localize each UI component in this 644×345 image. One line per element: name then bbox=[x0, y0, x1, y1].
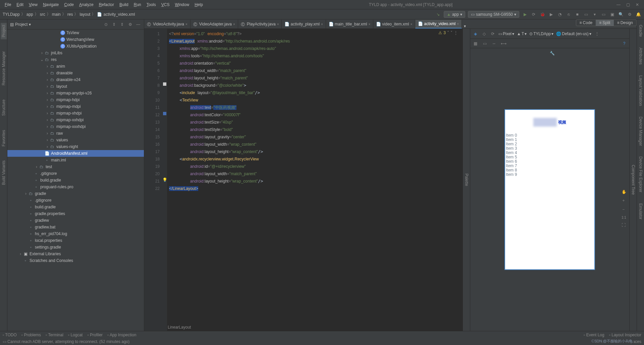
design-surface-icon[interactable]: ◈ bbox=[472, 31, 478, 37]
tree-node[interactable]: ›🗀test bbox=[7, 163, 144, 170]
tree-node[interactable]: ▫local.properties bbox=[7, 237, 144, 244]
down-icon[interactable]: ˅ bbox=[450, 30, 452, 35]
avd-manager-icon[interactable]: ▭ bbox=[583, 11, 589, 17]
bottom-tool-app-inspection[interactable]: ▫ App Inspection bbox=[107, 333, 136, 337]
stop-button[interactable]: ■ bbox=[574, 11, 580, 17]
breadcrumb-item[interactable]: TYLDapp bbox=[3, 12, 20, 17]
zoom-out-button[interactable]: － bbox=[622, 207, 627, 212]
preview-canvas[interactable]: 🔧 视频 Item 0Item 1Item 2Item 3Item 4Item … bbox=[470, 48, 629, 331]
breadcrumb-item[interactable]: res bbox=[67, 12, 73, 17]
tree-node[interactable]: ▫gradlew.bat bbox=[7, 224, 144, 230]
zoom-in-button[interactable]: ＋ bbox=[622, 198, 627, 203]
breadcrumb-item[interactable]: app bbox=[26, 12, 33, 17]
menu-window[interactable]: Window bbox=[172, 1, 192, 8]
component-tree-tab[interactable]: Component Tree bbox=[631, 165, 636, 195]
editor-tab[interactable]: ⒸVideoAdapter.java× bbox=[191, 20, 238, 28]
notifications-icon[interactable]: 🔔 bbox=[635, 11, 641, 17]
tree-node[interactable]: ▫build.gradle bbox=[7, 177, 144, 184]
search-everywhere-icon[interactable]: 🔍 bbox=[618, 11, 624, 17]
menu-build[interactable]: Build bbox=[117, 1, 131, 8]
tree-node[interactable]: ▫hs_err_pid704.log bbox=[7, 230, 144, 237]
tree-node[interactable]: ⒸWenzhangView bbox=[7, 36, 144, 43]
rail-device-manager[interactable]: Device Manager bbox=[638, 115, 644, 148]
sdk-manager-icon[interactable]: ▾ bbox=[592, 11, 598, 17]
help-icon[interactable]: ? bbox=[621, 41, 627, 47]
menu-view[interactable]: View bbox=[26, 1, 40, 8]
rail-emulator[interactable]: Emulator bbox=[638, 201, 644, 221]
editor-tab[interactable]: ⒸVideoActivity.java× bbox=[144, 20, 191, 28]
rail-favorites[interactable]: Favorites bbox=[1, 128, 7, 148]
rail-layout-validation[interactable]: Layout Validation bbox=[638, 73, 644, 108]
tree-node[interactable]: ›🗀mipmap-xhdpi bbox=[7, 110, 144, 117]
breakpoint-marker[interactable] bbox=[162, 80, 167, 88]
close-tab-icon[interactable]: × bbox=[185, 22, 187, 26]
orientation-icon[interactable]: ⟳ bbox=[490, 31, 496, 37]
tree-node[interactable]: ▫.gitignore bbox=[7, 170, 144, 177]
menu-file[interactable]: File bbox=[2, 1, 14, 8]
coverage-icon[interactable]: ▶ bbox=[548, 11, 554, 17]
up-icon[interactable]: ˄ bbox=[447, 30, 449, 35]
close-tab-icon[interactable]: × bbox=[369, 22, 371, 26]
bottom-tool-logcat[interactable]: ▫ Logcat bbox=[68, 333, 83, 337]
code-editor[interactable]: 12345678910111213141516171819202122 💡 <?… bbox=[144, 29, 463, 331]
bottom-tool-todo[interactable]: ▫ TODO bbox=[3, 333, 17, 337]
tree-node[interactable]: ›🗀mipmap-anydpi-v26 bbox=[7, 90, 144, 96]
apply-changes-icon[interactable]: ⟳ bbox=[531, 11, 537, 17]
preview-settings-icon[interactable]: ⋮ bbox=[594, 31, 600, 37]
chevron-down-icon[interactable]: ▾ bbox=[29, 22, 31, 27]
blueprint-icon[interactable]: ◇ bbox=[481, 31, 487, 37]
locale-selector[interactable]: 🌐 Default (en-us) ▾ bbox=[556, 31, 591, 36]
run-config-selector[interactable]: ▲ app ▾ bbox=[444, 11, 465, 18]
device-selector[interactable]: ▭ samsung SM-G9550 ▾ bbox=[468, 11, 519, 18]
mode-code-button[interactable]: ≡ Code bbox=[576, 20, 596, 26]
menu-help[interactable]: Help bbox=[192, 1, 206, 8]
api-level-selector[interactable]: ▲ T ▾ bbox=[517, 31, 527, 36]
tree-node[interactable]: ▫main.iml bbox=[7, 157, 144, 163]
tree-node[interactable]: ›🗀drawable bbox=[7, 70, 144, 76]
rail-structure[interactable]: Structure bbox=[1, 97, 7, 118]
close-tab-icon[interactable]: × bbox=[321, 22, 323, 26]
rail-gradle[interactable]: Gradle bbox=[638, 23, 644, 39]
tree-node[interactable]: ▫gradle.properties bbox=[7, 210, 144, 217]
more-icon[interactable]: ⋮ bbox=[454, 30, 458, 35]
menu-analyze[interactable]: Analyze bbox=[76, 1, 96, 8]
menu-navigate[interactable]: Navigate bbox=[40, 1, 61, 8]
close-tab-icon[interactable]: × bbox=[277, 22, 279, 26]
tree-node[interactable]: ›🗀mipmap-mdpi bbox=[7, 103, 144, 110]
hide-icon[interactable]: — bbox=[135, 21, 141, 27]
tree-node[interactable]: ›🗀anim bbox=[7, 63, 144, 70]
problems-indicator[interactable]: ⚠ 3 ˄ ˅ ⋮ bbox=[437, 30, 459, 36]
rail-device-file-explorer[interactable]: Device File Explorer bbox=[638, 154, 644, 194]
view-options-icon[interactable]: ▦ bbox=[472, 41, 478, 47]
locate-icon[interactable]: ⊙ bbox=[103, 21, 109, 27]
tree-node[interactable]: ›🗀values bbox=[7, 137, 144, 143]
zoom-fit-button[interactable]: 1:1 bbox=[622, 216, 627, 219]
pan-icon[interactable]: ✋ bbox=[622, 190, 627, 194]
resource-manager-icon[interactable]: ▣ bbox=[609, 11, 615, 17]
tree-node[interactable]: ›🗀raw bbox=[7, 130, 144, 137]
menu-refactor[interactable]: Refactor bbox=[96, 1, 117, 8]
editor-tab[interactable]: 📄main_title_bar.xml× bbox=[326, 20, 374, 28]
tree-node[interactable]: ▫settings.gradle bbox=[7, 244, 144, 251]
bottom-tool-event-log[interactable]: ▫ Event Log bbox=[584, 333, 604, 337]
attach-debugger-icon[interactable]: ⎋ bbox=[566, 11, 572, 17]
close-tab-icon[interactable]: × bbox=[410, 22, 412, 26]
nav-crumb[interactable]: LinearLayout bbox=[168, 325, 191, 330]
align-icon[interactable]: ↔ bbox=[491, 41, 497, 47]
tree-node[interactable]: ⌄🗀res bbox=[7, 56, 144, 63]
collapse-all-icon[interactable]: ⇕ bbox=[119, 21, 125, 27]
tree-node[interactable]: ›🗀layout bbox=[7, 83, 144, 90]
guidelines-icon[interactable]: ⟷ bbox=[500, 41, 506, 47]
tree-node[interactable]: ›🗀values-night bbox=[7, 143, 144, 150]
mode-split-button[interactable]: ≡ Split bbox=[596, 20, 613, 26]
debug-button[interactable]: 🐞 bbox=[539, 11, 545, 17]
theme-selector[interactable]: ⊙ TYLDApp ▾ bbox=[529, 31, 553, 36]
tree-node[interactable]: ▫proguard-rules.pro bbox=[7, 184, 144, 190]
editor-tab[interactable]: 📄video_item.xml× bbox=[373, 20, 415, 28]
minimize-button[interactable]: — bbox=[616, 2, 621, 7]
menu-vcs[interactable]: VCS bbox=[159, 1, 172, 8]
maximize-button[interactable]: ▢ bbox=[625, 2, 631, 7]
project-tree[interactable]: ⒸTsViewⒸWenzhangViewⒸXUtilsApplication›🗀… bbox=[7, 29, 144, 331]
menu-run[interactable]: Run bbox=[131, 1, 144, 8]
settings-icon[interactable]: ⚙ bbox=[627, 11, 633, 17]
